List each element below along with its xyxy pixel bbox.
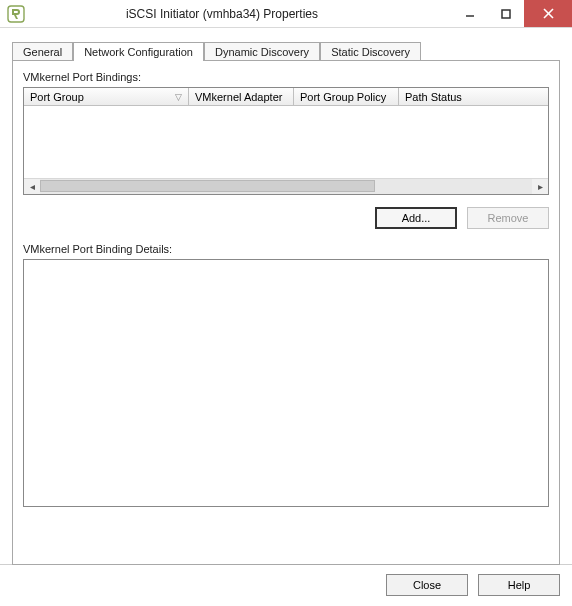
port-bindings-list[interactable]: Port Group ▽ VMkernel Adapter Port Group… [23, 87, 549, 195]
remove-button: Remove [467, 207, 549, 229]
bindings-button-row: Add... Remove [23, 207, 549, 229]
details-label: VMkernel Port Binding Details: [23, 243, 549, 255]
tab-network-configuration[interactable]: Network Configuration [73, 42, 204, 61]
scroll-right-icon[interactable]: ▸ [532, 179, 548, 195]
help-button[interactable]: Help [478, 574, 560, 596]
list-header: Port Group ▽ VMkernel Adapter Port Group… [24, 88, 548, 106]
col-vmk-label: VMkernel Adapter [195, 91, 282, 103]
list-body [24, 106, 548, 178]
col-path-status[interactable]: Path Status [399, 88, 548, 105]
close-window-button[interactable] [524, 0, 572, 27]
col-port-group-label: Port Group [30, 91, 84, 103]
minimize-button[interactable] [452, 0, 488, 27]
binding-details-panel [23, 259, 549, 507]
col-port-group-policy[interactable]: Port Group Policy [294, 88, 399, 105]
sort-indicator-icon: ▽ [175, 92, 182, 102]
app-icon [6, 4, 26, 24]
titlebar: iSCSI Initiator (vmhba34) Properties [0, 0, 572, 28]
dialog-footer: Close Help [0, 564, 572, 604]
add-button[interactable]: Add... [375, 207, 457, 229]
col-path-label: Path Status [405, 91, 462, 103]
tab-dynamic-discovery[interactable]: Dynamic Discovery [204, 42, 320, 61]
scroll-left-icon[interactable]: ◂ [24, 179, 40, 195]
scroll-track[interactable] [40, 179, 532, 194]
close-button[interactable]: Close [386, 574, 468, 596]
window-buttons [452, 0, 572, 27]
col-port-group[interactable]: Port Group ▽ [24, 88, 189, 105]
horizontal-scrollbar[interactable]: ◂ ▸ [24, 178, 548, 194]
tab-panel: VMkernel Port Bindings: Port Group ▽ VMk… [12, 60, 560, 565]
tab-static-discovery[interactable]: Static Discovery [320, 42, 421, 61]
dialog-body: General Network Configuration Dynamic Di… [0, 28, 572, 564]
bindings-label: VMkernel Port Bindings: [23, 71, 549, 83]
tab-general[interactable]: General [12, 42, 73, 61]
tab-strip: General Network Configuration Dynamic Di… [12, 38, 560, 60]
maximize-button[interactable] [488, 0, 524, 27]
col-vmkernel-adapter[interactable]: VMkernel Adapter [189, 88, 294, 105]
svg-rect-2 [502, 10, 510, 18]
scroll-thumb[interactable] [40, 180, 375, 192]
col-pgpolicy-label: Port Group Policy [300, 91, 386, 103]
window-title: iSCSI Initiator (vmhba34) Properties [32, 7, 452, 21]
